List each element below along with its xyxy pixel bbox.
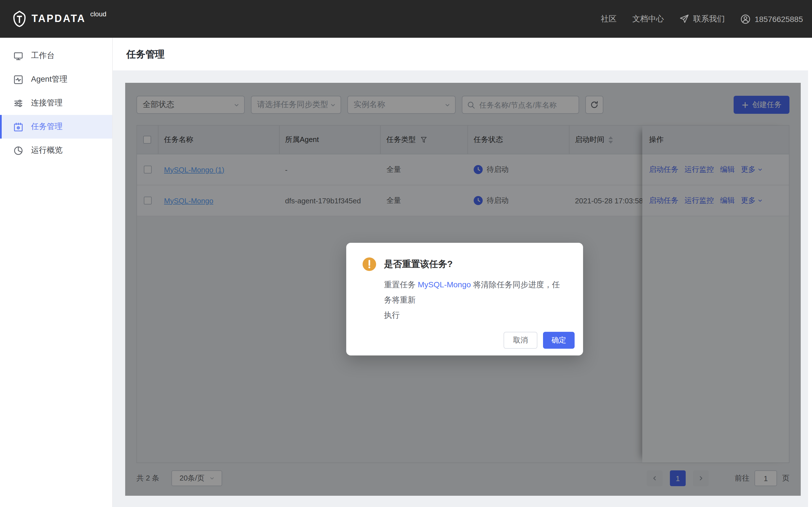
- dialog-header: 是否重置该任务?: [363, 258, 574, 271]
- logo[interactable]: TAPDATA cloud: [12, 10, 106, 27]
- dialog-footer: 取消 确定: [355, 332, 574, 349]
- sidebar-item-agent[interactable]: Agent管理: [0, 68, 112, 91]
- reset-task-name-link[interactable]: MySQL-Mongo: [418, 280, 471, 289]
- sidebar-item-label: 任务管理: [31, 122, 63, 132]
- sidebar-item-tasks[interactable]: 任务管理: [0, 115, 112, 138]
- app: TAPDATA cloud 社区 文档中心 联系我们: [0, 0, 812, 507]
- dialog-text: 执行: [384, 311, 400, 320]
- nav-contact-label: 联系我们: [693, 14, 725, 24]
- sidebar-item-workbench[interactable]: 工作台: [0, 44, 112, 68]
- sidebar: 工作台 Agent管理 连接管理 任务管理: [0, 38, 113, 507]
- agent-pulse-icon: [13, 75, 23, 84]
- user-circle-icon: [741, 14, 751, 24]
- nav-community-label: 社区: [601, 14, 617, 24]
- warning-icon: [363, 258, 376, 271]
- nav-community[interactable]: 社区: [601, 14, 617, 24]
- scrollbar[interactable]: [808, 38, 812, 507]
- top-nav: 社区 文档中心 联系我们 18576625885: [601, 14, 803, 24]
- sidebar-item-label: 连接管理: [31, 98, 63, 108]
- nav-account[interactable]: 18576625885: [741, 14, 803, 24]
- brand-suffix: cloud: [90, 10, 106, 18]
- dialog-body: 重置任务 MySQL-Mongo 将清除任务同步进度，任务将重新 执行: [384, 277, 564, 323]
- sidebar-item-label: 工作台: [31, 51, 55, 61]
- dialog-text: 重置任务: [384, 280, 418, 289]
- nav-docs-label: 文档中心: [632, 14, 664, 24]
- monitor-icon: [13, 51, 23, 61]
- confirm-button[interactable]: 确定: [543, 332, 574, 349]
- reset-task-dialog: 是否重置该任务? 重置任务 MySQL-Mongo 将清除任务同步进度，任务将重…: [346, 243, 583, 355]
- cancel-button[interactable]: 取消: [504, 332, 538, 349]
- paper-plane-icon: [680, 14, 689, 24]
- sliders-icon: [13, 98, 23, 108]
- title-band: 任务管理: [113, 38, 812, 70]
- sidebar-item-label: Agent管理: [31, 74, 67, 84]
- sidebar-item-overview[interactable]: 运行概览: [0, 138, 112, 162]
- nav-account-label: 18576625885: [755, 14, 803, 23]
- sidebar-item-connections[interactable]: 连接管理: [0, 91, 112, 115]
- nav-docs[interactable]: 文档中心: [632, 14, 664, 24]
- brand-name: TAPDATA: [32, 13, 86, 25]
- page-title: 任务管理: [126, 48, 165, 61]
- nav-contact[interactable]: 联系我们: [680, 14, 725, 24]
- pie-chart-icon: [13, 146, 23, 155]
- dialog-title: 是否重置该任务?: [384, 258, 453, 270]
- calendar-gear-icon: [13, 122, 23, 131]
- top-bar: TAPDATA cloud 社区 文档中心 联系我们: [0, 0, 812, 38]
- tapdata-logo-icon: [12, 10, 27, 27]
- sidebar-item-label: 运行概览: [31, 145, 63, 156]
